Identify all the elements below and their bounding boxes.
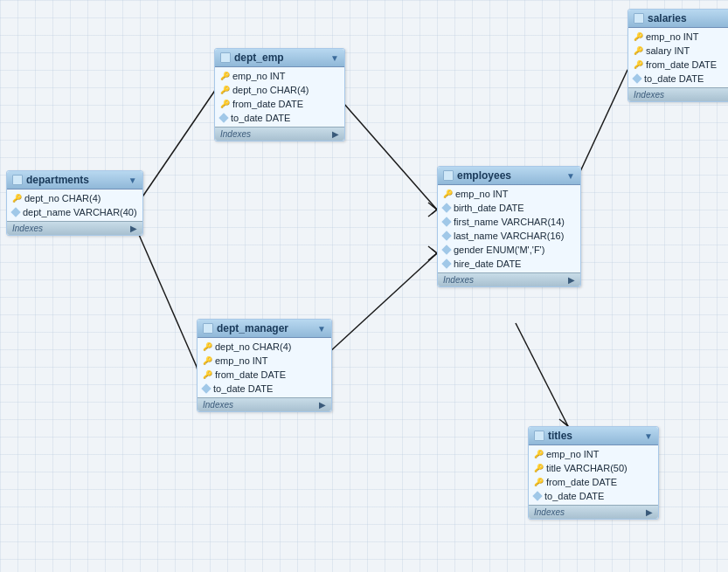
table-employees-fields: 🔑 emp_no INT birth_date DATE first_name … [438,185,580,272]
table-salaries-header[interactable]: salaries ▼ [628,10,728,28]
field-row: 🔑 emp_no INT [198,354,331,368]
field-row: hire_date DATE [438,257,580,271]
table-dept-emp-header[interactable]: dept_emp ▼ [215,49,344,67]
indexes-arrow-icon[interactable]: ▶ [319,400,326,410]
diamond-icon [441,231,451,240]
table-dept-emp-indexes[interactable]: Indexes ▶ [215,127,344,141]
indexes-label: Indexes [634,90,664,100]
table-departments-title: departments [26,174,125,186]
table-salaries-indexes[interactable]: Indexes ▶ [628,87,728,101]
key-icon: 🔑 [203,356,211,365]
indexes-label: Indexes [534,507,565,517]
field-name: birth_date DATE [454,203,524,213]
field-name: from_date DATE [546,477,617,487]
table-employees-header[interactable]: employees ▼ [438,167,580,185]
table-icon [634,13,644,24]
diamond-icon [441,217,451,226]
field-row: to_date DATE [198,382,331,396]
table-salaries: salaries ▼ 🔑 emp_no INT 🔑 salary INT 🔑 f… [627,9,728,102]
table-dept-emp: dept_emp ▼ 🔑 emp_no INT 🔑 dept_no CHAR(4… [214,48,345,141]
field-name: last_name VARCHAR(16) [454,231,564,241]
svg-line-12 [343,103,437,210]
field-row: 🔑 emp_no INT [215,69,344,83]
table-titles: titles ▼ 🔑 emp_no INT 🔑 title VARCHAR(50… [528,426,659,520]
table-icon [220,52,231,63]
field-name: title VARCHAR(50) [546,463,627,473]
field-name: from_date DATE [646,59,717,70]
field-name: dept_name VARCHAR(40) [23,207,137,217]
table-employees-indexes[interactable]: Indexes ▶ [438,272,580,286]
field-name: emp_no INT [232,71,286,81]
field-row: 🔑 title VARCHAR(50) [529,461,658,475]
table-titles-indexes[interactable]: Indexes ▶ [529,505,658,519]
key-icon: 🔑 [220,72,229,80]
table-salaries-title: salaries [648,12,728,24]
key-icon: 🔑 [534,450,543,458]
field-row: 🔑 emp_no INT [529,447,658,461]
field-name: hire_date DATE [454,258,521,269]
svg-line-15 [428,203,437,210]
field-row: 🔑 emp_no INT [438,187,580,201]
diamond-icon [441,245,451,254]
table-icon [203,323,213,334]
key-icon: 🔑 [203,342,211,351]
table-salaries-fields: 🔑 emp_no INT 🔑 salary INT 🔑 from_date DA… [628,28,728,87]
field-name: from_date DATE [232,99,303,109]
field-row: 🔑 dept_no CHAR(4) [198,340,331,354]
diamond-icon [632,73,641,83]
indexes-label: Indexes [12,224,43,233]
table-dept-manager-header[interactable]: dept_manager ▼ [198,320,331,338]
table-employees-title: employees [457,169,563,182]
field-row: 🔑 emp_no INT [628,30,728,44]
field-row: last_name VARCHAR(16) [438,229,580,243]
table-titles-header[interactable]: titles ▼ [529,427,658,445]
indexes-label: Indexes [203,400,233,410]
table-dept-manager-indexes[interactable]: Indexes ▶ [198,397,331,411]
table-employees: employees ▼ 🔑 emp_no INT birth_date DATE… [437,166,581,287]
table-departments: departments ▼ 🔑 dept_no CHAR(4) dept_nam… [6,170,143,236]
table-dept-emp-fields: 🔑 emp_no INT 🔑 dept_no CHAR(4) 🔑 from_da… [215,67,344,127]
indexes-arrow-icon[interactable]: ▶ [332,129,339,139]
field-row: birth_date DATE [438,201,580,215]
table-dept-emp-title: dept_emp [234,52,327,64]
field-row: to_date DATE [628,72,728,86]
indexes-arrow-icon[interactable]: ▶ [130,224,137,233]
indexes-arrow-icon[interactable]: ▶ [568,275,575,285]
table-titles-title: titles [548,430,641,442]
svg-line-16 [428,210,437,217]
table-header-dropdown-icon[interactable]: ▼ [644,431,653,441]
table-header-dropdown-icon[interactable]: ▼ [317,324,326,334]
key-icon: 🔑 [634,32,642,41]
field-name: emp_no INT [646,31,699,42]
field-name: emp_no INT [455,189,509,199]
indexes-label: Indexes [220,129,251,139]
key-icon: 🔑 [534,464,543,472]
table-departments-indexes[interactable]: Indexes ▶ [7,221,142,235]
field-name: emp_no INT [215,355,268,366]
field-row: gender ENUM('M','F') [438,243,580,257]
field-row: first_name VARCHAR(14) [438,215,580,229]
field-name: dept_no CHAR(4) [24,193,101,203]
field-name: to_date DATE [644,73,704,84]
svg-line-21 [428,253,437,260]
key-icon: 🔑 [534,478,543,486]
field-name: from_date DATE [215,369,286,380]
svg-line-0 [134,92,214,210]
field-row: 🔑 from_date DATE [529,475,658,489]
table-header-dropdown-icon[interactable]: ▼ [330,53,339,63]
table-departments-header[interactable]: departments ▼ [7,171,142,190]
svg-line-17 [328,253,437,354]
table-header-dropdown-icon[interactable]: ▼ [566,171,575,181]
key-icon: 🔑 [443,190,452,198]
key-icon: 🔑 [12,194,21,203]
key-icon: 🔑 [220,86,229,94]
field-name: dept_no CHAR(4) [232,85,309,95]
field-name: to_date DATE [544,491,604,501]
indexes-label: Indexes [443,275,474,285]
key-icon: 🔑 [634,46,642,55]
field-row: 🔑 from_date DATE [198,368,331,382]
table-header-dropdown-icon[interactable]: ▼ [128,176,137,185]
field-name: salary INT [646,45,690,56]
indexes-arrow-icon[interactable]: ▶ [646,507,653,517]
field-row: dept_name VARCHAR(40) [7,205,142,219]
